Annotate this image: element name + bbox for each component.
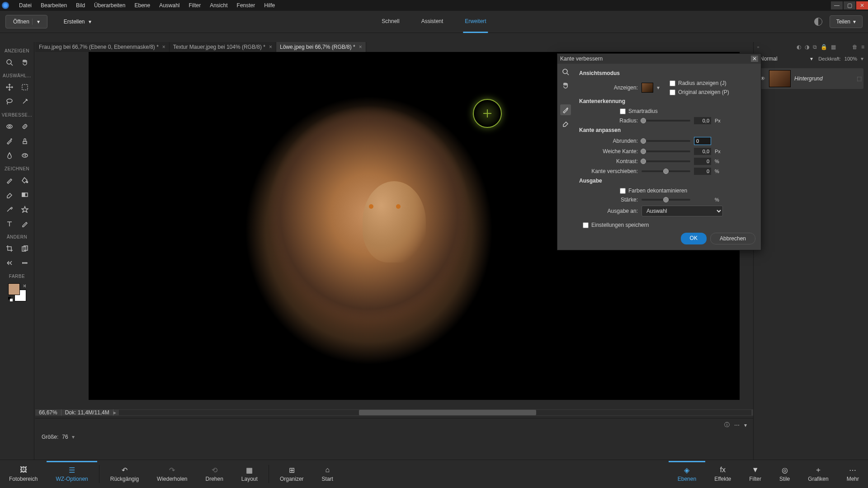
cancel-button[interactable]: Abbrechen (710, 233, 755, 244)
chevron-down-icon[interactable]: ▾ (744, 422, 747, 428)
scroll-thumb[interactable] (359, 410, 536, 415)
mode-quick[interactable]: Schnell (380, 11, 401, 33)
maximize-button[interactable]: ▢ (844, 1, 855, 9)
ok-button[interactable]: OK (681, 233, 707, 244)
menu-ansicht[interactable]: Ansicht (205, 0, 232, 10)
view-thumbnail[interactable] (642, 83, 653, 93)
close-tab-icon[interactable]: × (359, 44, 362, 50)
zoom-tool-icon[interactable] (4, 56, 15, 68)
contrast-input[interactable] (694, 158, 711, 165)
paint-bucket-tool-icon[interactable] (19, 174, 31, 186)
content-aware-move-icon[interactable] (4, 257, 15, 269)
color-swatch[interactable]: ⤭ (8, 283, 26, 301)
radius-input[interactable] (694, 117, 711, 124)
home-button[interactable]: ⌂Start (313, 462, 342, 486)
swap-colors-icon[interactable]: ⤭ (23, 283, 26, 288)
hand-tool-icon[interactable] (19, 56, 31, 68)
photobin-button[interactable]: 🖼Fotobereich (0, 462, 47, 486)
contrast-slider[interactable] (642, 160, 690, 162)
smart-radius-checkbox[interactable]: Smartradius (620, 108, 755, 114)
zoom-level[interactable]: 66,67% (35, 409, 61, 416)
doc-tab-1[interactable]: Textur Mauer.jpeg bei 104% (RGB/8) *× (170, 42, 276, 52)
feather-slider[interactable] (642, 150, 690, 152)
graphics-tab[interactable]: ＋Grafiken (799, 462, 837, 486)
layer-mask-icon[interactable]: ◐ (797, 44, 801, 50)
menu-filter[interactable]: Filter (184, 0, 206, 10)
decontaminate-checkbox[interactable]: Farben dekontaminieren (620, 188, 755, 194)
layers-tab[interactable]: ◈Ebenen (669, 461, 705, 486)
close-button[interactable]: ✕ (856, 1, 868, 9)
chevron-right-icon[interactable]: ▸ (113, 409, 117, 416)
dialog-close-icon[interactable]: ✕ (751, 56, 758, 62)
mode-expert[interactable]: Erweitert (463, 11, 488, 33)
output-to-select[interactable]: Auswahl (642, 206, 723, 216)
adjustment-layer-icon[interactable]: ◑ (805, 44, 809, 50)
foreground-color-icon[interactable] (8, 283, 20, 295)
brush-tool-icon[interactable] (4, 174, 15, 186)
close-tab-icon[interactable]: × (162, 44, 165, 50)
open-button[interactable]: Öffnen ▾ (5, 15, 47, 28)
panel-menu-icon[interactable]: ≡ (861, 44, 864, 50)
organizer-button[interactable]: ⊞Organizer (271, 462, 313, 486)
chevron-down-icon[interactable]: ▾ (72, 434, 75, 440)
styles-tab[interactable]: ◎Stile (770, 462, 799, 486)
doc-tab-2[interactable]: Löwe.jpeg bei 66,7% (RGB/8) *× (276, 42, 366, 52)
help-icon[interactable]: ⓘ (724, 421, 730, 429)
chevron-down-icon[interactable]: ▾ (657, 84, 660, 91)
straighten-tool-icon[interactable] (19, 257, 31, 269)
lock-layer-icon[interactable]: 🔒 (821, 44, 827, 50)
menu-bearbeiten[interactable]: Bearbeiten (36, 0, 71, 10)
layer-thumbnail[interactable] (769, 70, 791, 87)
doc-tab-0[interactable]: Frau.jpeg bei 66,7% (Ebene 0, Ebenenmask… (35, 42, 170, 52)
dialog-titlebar[interactable]: Kante verbessern ✕ (557, 54, 761, 64)
horizontal-scrollbar[interactable] (119, 410, 751, 415)
opacity-value[interactable]: 100% (844, 56, 857, 61)
create-button[interactable]: Erstellen ▾ (57, 15, 99, 28)
show-original-checkbox[interactable]: Original anzeigen (P) (670, 89, 729, 95)
blend-mode-select[interactable]: Normal ▾ (758, 55, 815, 63)
redo-button[interactable]: ↷Wiederholen (148, 462, 196, 486)
shape-tool-icon[interactable] (19, 203, 31, 215)
redeye-tool-icon[interactable] (4, 121, 15, 132)
eyedropper-tool-icon[interactable] (4, 203, 15, 215)
filters-tab[interactable]: ▼Filter (740, 462, 770, 486)
healing-tool-icon[interactable] (19, 121, 31, 132)
crop-tool-icon[interactable] (4, 243, 15, 254)
link-layers-icon[interactable]: ⧉ (813, 44, 817, 50)
menu-fenster[interactable]: Fenster (232, 0, 260, 10)
more-tab[interactable]: ⋯Mehr (838, 462, 868, 486)
layout-button[interactable]: ▦Layout (232, 462, 267, 486)
smart-brush-tool-icon[interactable] (4, 135, 15, 147)
refine-brush-add-icon[interactable] (560, 104, 571, 115)
menu-bild[interactable]: Bild (71, 0, 90, 10)
share-button[interactable]: Teilen ▾ (830, 15, 863, 28)
dialog-hand-icon[interactable] (560, 80, 571, 91)
blur-tool-icon[interactable] (4, 150, 15, 161)
mode-guided[interactable]: Assistent (420, 11, 445, 33)
gradient-tool-icon[interactable] (19, 189, 31, 201)
undo-button[interactable]: ↶Rückgängig (101, 462, 148, 486)
theme-toggle-icon[interactable] (814, 18, 822, 26)
menu-auswahl[interactable]: Auswahl (155, 0, 184, 10)
sponge-tool-icon[interactable] (19, 150, 31, 161)
fx-icon[interactable]: ▦ (831, 44, 836, 50)
clone-stamp-tool-icon[interactable] (19, 135, 31, 147)
chevron-down-icon[interactable]: ▾ (861, 56, 863, 62)
recompose-tool-icon[interactable] (19, 243, 31, 254)
menu-hilfe[interactable]: Hilfe (259, 0, 279, 10)
magic-wand-tool-icon[interactable] (19, 96, 31, 108)
save-settings-checkbox[interactable]: Einstellungen speichern (583, 222, 755, 228)
default-colors-icon[interactable] (8, 297, 13, 301)
type-tool-icon[interactable] (4, 218, 15, 230)
refine-brush-erase-icon[interactable] (560, 118, 571, 129)
show-radius-checkbox[interactable]: Radius anzeigen (J) (670, 80, 729, 86)
pencil-tool-icon[interactable] (19, 218, 31, 230)
eraser-tool-icon[interactable] (4, 189, 15, 201)
feather-input[interactable] (694, 148, 711, 155)
amount-slider[interactable] (642, 199, 690, 201)
shift-slider[interactable] (642, 170, 690, 172)
smooth-slider[interactable] (642, 140, 690, 142)
more-icon[interactable]: ⋯ (734, 422, 740, 428)
dialog-zoom-icon[interactable] (560, 66, 571, 77)
tool-options-button[interactable]: ☰WZ-Optionen (47, 461, 97, 486)
